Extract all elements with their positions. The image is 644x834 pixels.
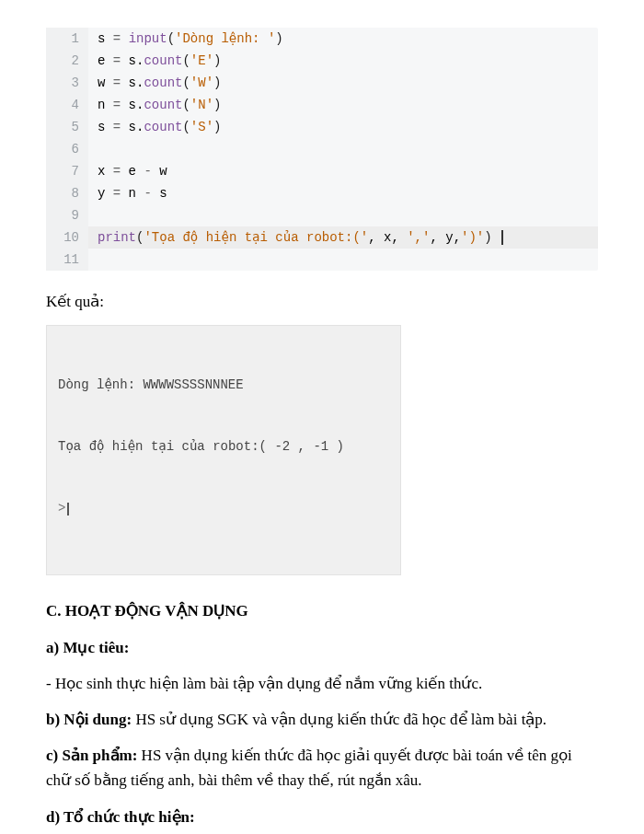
- line-number: 8: [46, 182, 88, 204]
- subsection-c-label: c) Sản phẩm:: [46, 747, 137, 764]
- result-label: Kết quả:: [46, 289, 598, 314]
- code-line: 4n = s.count('N'): [46, 94, 598, 116]
- subsection-c: c) Sản phẩm: HS vận dụng kiến thức đã họ…: [46, 743, 598, 793]
- subsection-d-label: d) Tổ chức thực hiện:: [46, 805, 598, 829]
- output-line: Dòng lệnh: WWWWSSSSNNNEE: [58, 375, 389, 395]
- code-content: x = e - w: [88, 160, 598, 182]
- section-heading-c: C. HOẠT ĐỘNG VẬN DỤNG: [46, 598, 598, 623]
- subsection-b: b) Nội dung: HS sử dụng SGK và vận dụng …: [46, 707, 598, 732]
- code-line: 7x = e - w: [46, 160, 598, 182]
- subsection-b-text: HS sử dụng SGK và vận dụng kiến thức đã …: [132, 711, 546, 728]
- line-number: 11: [46, 249, 88, 271]
- code-content: s = input('Dòng lệnh: '): [88, 28, 598, 50]
- subsection-a-text: - Học sinh thực hiện làm bài tập vận dụn…: [46, 671, 598, 696]
- line-number: 2: [46, 50, 88, 72]
- output-line: Tọa độ hiện tại của robot:( -2 , -1 ): [58, 436, 389, 457]
- code-line: 6: [46, 138, 598, 160]
- line-number: 10: [46, 226, 88, 249]
- output-prompt: >: [58, 498, 389, 518]
- code-content: [88, 249, 598, 271]
- line-number: 9: [46, 204, 88, 226]
- subsection-a-label: a) Mục tiêu:: [46, 639, 129, 656]
- code-line: 5s = s.count('S'): [46, 116, 598, 138]
- code-line: 11: [46, 249, 598, 271]
- output-terminal: Dòng lệnh: WWWWSSSSNNNEE Tọa độ hiện tại…: [46, 325, 401, 575]
- code-content: [88, 204, 598, 226]
- code-content: y = n - s: [88, 182, 598, 204]
- line-number: 4: [46, 94, 88, 116]
- code-content: print('Tọa độ hiện tại của robot:(', x, …: [88, 226, 598, 249]
- line-number: 1: [46, 28, 88, 50]
- line-number: 6: [46, 138, 88, 160]
- code-line: 10print('Tọa độ hiện tại của robot:(', x…: [46, 226, 598, 249]
- code-content: e = s.count('E'): [88, 50, 598, 72]
- line-number: 7: [46, 160, 88, 182]
- code-editor: 1s = input('Dòng lệnh: ')2e = s.count('E…: [46, 28, 598, 271]
- code-line: 1s = input('Dòng lệnh: '): [46, 28, 598, 50]
- subsection-a: a) Mục tiêu:: [46, 635, 598, 660]
- code-line: 2e = s.count('E'): [46, 50, 598, 72]
- code-content: n = s.count('N'): [88, 94, 598, 116]
- code-content: w = s.count('W'): [88, 72, 598, 94]
- code-content: s = s.count('S'): [88, 116, 598, 138]
- code-line: 3w = s.count('W'): [46, 72, 598, 94]
- line-number: 5: [46, 116, 88, 138]
- subsection-b-label: b) Nội dung:: [46, 711, 132, 728]
- line-number: 3: [46, 72, 88, 94]
- code-line: 8y = n - s: [46, 182, 598, 204]
- code-line: 9: [46, 204, 598, 226]
- code-content: [88, 138, 598, 160]
